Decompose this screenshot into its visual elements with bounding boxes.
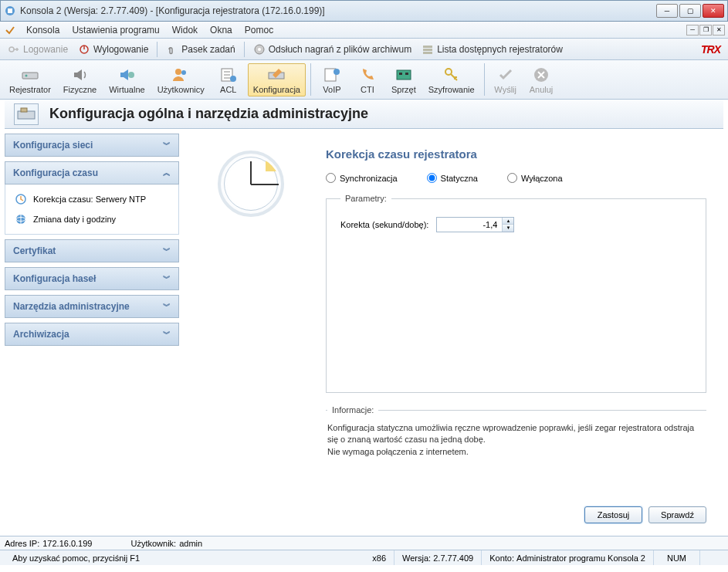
check-button[interactable]: Sprawdź (648, 506, 706, 523)
section-body-czasu: Korekcja czasu: Serwery NTP Zmiana daty … (5, 184, 179, 235)
radio-sync[interactable]: Synchronizacja (326, 173, 398, 183)
tool-rejestrator[interactable]: Rejestrator (5, 64, 56, 96)
menu-icon (5, 25, 15, 36)
window-buttons: ─ ▢ ✕ (656, 4, 724, 18)
encryption-icon (442, 66, 461, 84)
window-titlebar: Konsola 2 (Wersja: 2.7.77.409) - [Konfig… (0, 0, 728, 22)
window-title: Konsola 2 (Wersja: 2.7.77.409) - [Konfig… (20, 5, 656, 16)
logout-button[interactable]: Wylogowanie (73, 42, 153, 57)
section-archiwizacja[interactable]: Archiwizacja ︾ (5, 323, 179, 346)
tool-konfiguracja[interactable]: Konfiguracja (248, 63, 306, 96)
tool-wyslij: Wyślij (489, 64, 522, 96)
sidebar-item-ntp[interactable]: Korekcja czasu: Serwery NTP (10, 189, 174, 209)
svg-rect-21 (405, 73, 408, 75)
menu-ustawienia[interactable]: Ustawienia programu (66, 23, 165, 37)
tool-cti[interactable]: CTI (351, 64, 384, 96)
status-version: Wersja: 2.7.77.409 (394, 550, 482, 565)
archive-playback-button[interactable]: Odsłuch nagrań z plików archiwum (249, 42, 416, 57)
menu-okna[interactable]: Okna (204, 23, 239, 37)
spin-up[interactable]: ▲ (503, 218, 513, 225)
chevron-down-icon: ︾ (163, 245, 171, 256)
login-button: Logowanie (3, 42, 73, 57)
section-konfiguracja-hasel[interactable]: Konfiguracja haseł ︾ (5, 267, 179, 290)
radio-row: Synchronizacja Statyczna Wyłączona (326, 173, 706, 183)
menu-konsola[interactable]: Konsola (20, 23, 66, 37)
page-title: Konfiguracja ogólna i narzędzia administ… (49, 106, 368, 122)
tool-uzytkownicy[interactable]: Użytkownicy (153, 64, 209, 96)
status-help: Aby uzyskać pomoc, przyciśnij F1 (5, 550, 364, 565)
sidebar-item-label: Zmiana daty i godziny (33, 215, 116, 224)
section-konfiguracja-czasu[interactable]: Konfiguracja czasu ︽ (5, 161, 179, 184)
content-title: Korekcja czasu rejestratora (326, 147, 706, 161)
svg-rect-19 (397, 70, 411, 80)
svg-point-13 (181, 70, 186, 75)
voip-icon (323, 66, 341, 84)
params-fieldset: Parametry: Korekta (sekund/dobę): ▲ ▼ (326, 194, 706, 393)
korekta-spinner[interactable]: ▲ ▼ (436, 217, 514, 232)
sidebar-item-label: Korekcja czasu: Serwery NTP (33, 195, 146, 204)
taskbar-button[interactable]: Pasek zadań (161, 42, 239, 57)
section-label: Archiwizacja (13, 329, 69, 340)
page-icon (14, 103, 39, 125)
info-text-1: Konfiguracja statyczna umożliwia ręczne … (327, 422, 705, 446)
main-menubar: Konsola Ustawienia programu Widok Okna P… (0, 22, 728, 39)
info-text-2: Nie wymaga połączenia z internetem. (327, 446, 705, 458)
tool-sprzet[interactable]: Sprzęt (387, 64, 421, 96)
separator (157, 42, 157, 57)
tool-szyfrowanie[interactable]: Szyfrowanie (424, 64, 479, 96)
users-icon (171, 66, 190, 84)
spinner-buttons: ▲ ▼ (502, 218, 513, 232)
page-header: Konfiguracja ogólna i narzędzia administ… (5, 100, 723, 129)
tool-voip[interactable]: VoIP (316, 64, 348, 96)
spin-down[interactable]: ▼ (503, 225, 513, 232)
status-konto: Konto: Administrator programu Konsola 2 (482, 550, 654, 565)
menu-pomoc[interactable]: Pomoc (239, 23, 279, 37)
radio-off[interactable]: Wyłączona (507, 173, 563, 183)
radio-off-input[interactable] (507, 173, 517, 183)
mdi-restore[interactable]: ❐ (699, 25, 712, 36)
status-arch: x86 (364, 550, 394, 565)
radio-static-input[interactable] (427, 173, 437, 183)
section-label: Konfiguracja haseł (13, 273, 96, 284)
power-icon (78, 43, 90, 56)
korekta-label: Korekta (sekund/dobę): (340, 220, 428, 229)
archive-label: Odsłuch nagrań z plików archiwum (269, 44, 411, 55)
section-konfiguracja-sieci[interactable]: Konfiguracja sieci ︾ (5, 134, 179, 157)
recorders-list-button[interactable]: Lista dostępnych rejestratorów (417, 42, 567, 57)
section-label: Konfiguracja czasu (13, 168, 98, 178)
radio-static[interactable]: Statyczna (427, 173, 478, 183)
mdi-minimize[interactable]: ─ (686, 25, 699, 36)
content-area: Korekcja czasu rejestratora Synchronizac… (187, 134, 723, 531)
close-button[interactable]: ✕ (703, 4, 724, 18)
separator (310, 63, 311, 96)
config-icon (267, 66, 286, 84)
send-icon (496, 66, 515, 84)
menu-widok[interactable]: Widok (166, 23, 204, 37)
mdi-close[interactable]: ✕ (713, 25, 725, 36)
params-legend: Parametry: (340, 194, 391, 203)
tool-acl[interactable]: ACL (212, 64, 245, 96)
tool-fizyczne[interactable]: Fizyczne (59, 64, 101, 96)
stack-icon (422, 43, 434, 56)
svg-rect-7 (423, 49, 432, 51)
minimize-button[interactable]: ─ (656, 4, 678, 18)
key-icon (8, 43, 20, 56)
apply-button[interactable]: Zastosuj (584, 506, 642, 523)
svg-point-22 (445, 69, 452, 75)
section-certyfikat[interactable]: Certyfikat ︾ (5, 239, 179, 262)
maximize-button[interactable]: ▢ (679, 4, 701, 18)
tool-wirtualne[interactable]: Wirtualne (104, 64, 149, 96)
korekta-input[interactable] (437, 218, 502, 232)
chevron-up-icon: ︽ (163, 168, 171, 178)
section-narzedzia[interactable]: Narzędzia administracyjne ︾ (5, 295, 179, 318)
chevron-down-icon: ︾ (163, 329, 171, 340)
svg-point-18 (334, 69, 340, 75)
radio-sync-input[interactable] (326, 173, 336, 183)
svg-point-12 (175, 69, 181, 75)
logout-label: Wylogowanie (93, 44, 148, 55)
svg-rect-9 (22, 73, 38, 79)
chevron-down-icon: ︾ (163, 140, 171, 151)
param-row-korekta: Korekta (sekund/dobę): ▲ ▼ (340, 217, 692, 232)
sidebar-item-datetime[interactable]: Zmiana daty i godziny (10, 209, 174, 229)
svg-rect-25 (21, 108, 27, 112)
